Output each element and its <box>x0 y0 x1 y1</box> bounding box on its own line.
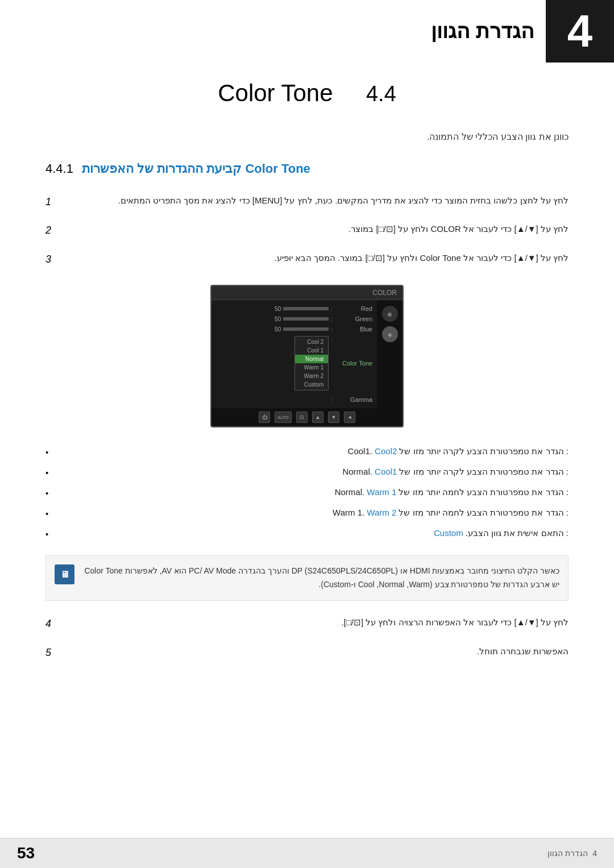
dropdown-normal: Normal <box>295 355 328 363</box>
monitor-sidebar: ◉ ◈ <box>377 300 403 408</box>
monitor-icon-1: ◉ <box>382 306 398 322</box>
bullet-custom-text: : התאם אישית את גוון הצבע. Custom <box>54 526 569 540</box>
menu-item-red: Red : 50 <box>211 304 377 314</box>
dropdown-warm2: Warm 2 <box>295 372 328 380</box>
color-tone-dropdown-area: : Cool 2 Cool 1 Normal Warm 1 Warm 2 Cus… <box>294 336 333 391</box>
btn-down: ▼ <box>328 412 339 423</box>
bullet-dot-1: • <box>45 466 48 480</box>
color-tone-dropdown: Cool 2 Cool 1 Normal Warm 1 Warm 2 Custo… <box>294 336 329 391</box>
menu-item-color-tone: Color Tone : Cool 2 Cool 1 Normal Warm 1… <box>211 334 377 392</box>
section-title: Color Tone <box>218 80 333 106</box>
green-bar <box>283 317 329 321</box>
monitor-bottom-bar: ◄ ▼ ▲ ⊡ AUTO ⏻ <box>211 408 403 426</box>
step-3-text: לחץ על [▼/▲] כדי לעבור אל Color Tone ולח… <box>65 251 569 265</box>
bullet-cool1-text: : הגדר את טמפרטורת הצבע לקרה יותר מזו של… <box>54 465 569 479</box>
monitor-image: COLOR ◉ ◈ Red : <box>45 285 569 427</box>
note-box: כאשר הקלט החיצוני מחובר באמצעות HDMI או … <box>45 555 569 601</box>
footer-chapter-label: 4 הגדרת הגוון <box>547 849 597 858</box>
description: כוונן את גוון הצבע הכללי של התמונה. <box>45 130 569 144</box>
step-4-num: 4 <box>45 615 57 633</box>
subsection-number: 4.4.1 <box>45 161 73 176</box>
step-5-text: האפשרות שנבחרה תוחל. <box>65 644 569 659</box>
blue-bar <box>283 327 329 331</box>
monitor-menu-body: ◉ ◈ Red : 50 <box>211 300 403 408</box>
btn-power: ⏻ <box>259 412 270 423</box>
monitor-mockup: COLOR ◉ ◈ Red : <box>210 285 404 427</box>
step-2: לחץ על [▼/▲] כדי לעבור אל COLOR ולחץ על … <box>45 222 569 239</box>
bullet-warm1: : הגדר את טמפרטורת הצבע לחמה יותר מזו של… <box>45 485 569 500</box>
bullet-cool2-text: : הגדר את טמפרטורת הצבע לקרה יותר מזו של… <box>54 445 569 458</box>
menu-item-gamma: Gamma : <box>211 394 377 405</box>
menu-item-gamma-name: Gamma <box>333 396 372 403</box>
btn-enter: ⊡ <box>296 412 308 423</box>
menu-item-green-bar: : 50 <box>216 316 333 322</box>
steps-list: לחץ על לחצן כלשהו בחזית המוצר כדי להציג … <box>45 193 569 268</box>
bullet-dot-4: • <box>45 528 48 541</box>
step-5-num: 5 <box>45 644 57 662</box>
menu-item-red-name: Red <box>333 305 372 312</box>
step-4-text: לחץ על [▼/▲] כדי לעבור אל האפשרות הרצויה… <box>65 615 569 630</box>
chapter-title: הגדרת הגוון <box>408 0 546 63</box>
step-1-num: 1 <box>45 193 57 211</box>
green-value: 50 <box>269 316 281 322</box>
dropdown-custom: Custom <box>295 380 328 389</box>
blue-value: 50 <box>269 326 281 333</box>
bullet-section: : הגדר את טמפרטורת הצבע לקרה יותר מזו של… <box>45 445 569 541</box>
dropdown-cool1: Cool 1 <box>295 346 328 355</box>
bullet-warm2: : הגדר את טמפרטורת הצבע לחמה יותר מזו של… <box>45 506 569 521</box>
note-icon: 🖥 <box>55 564 74 584</box>
red-bar <box>283 307 329 310</box>
bullet-dot-2: • <box>45 487 48 500</box>
btn-left: ◄ <box>344 412 355 423</box>
bullet-warm1-text: : הגדר את טמפרטורת הצבע לחמה יותר מזו של… <box>54 485 569 499</box>
note-text: כאשר הקלט החיצוני מחובר באמצעות HDMI או … <box>83 564 559 592</box>
bullet-cool2: : הגדר את טמפרטורת הצבע לקרה יותר מזו של… <box>45 445 569 459</box>
step-2-num: 2 <box>45 222 57 239</box>
chapter-header: הגדרת הגוון 4 <box>0 0 614 63</box>
step-5: האפשרות שנבחרה תוחל. 5 <box>45 644 569 662</box>
bullet-dot-3: • <box>45 507 48 521</box>
bullet-warm2-text: : הגדר את טמפרטורת הצבע לחמה יותר מזו של… <box>54 506 569 520</box>
section-heading: Color Tone 4.4 <box>45 80 569 107</box>
menu-item-blue-name: Blue <box>333 326 372 333</box>
menu-item-red-bar: : 50 <box>216 306 333 312</box>
step-3-num: 3 <box>45 251 57 268</box>
dropdown-warm1: Warm 1 <box>295 363 328 372</box>
step-1-text: לחץ על לחצן כלשהו בחזית המוצר כדי להציג … <box>65 193 569 208</box>
monitor-menu-title: COLOR <box>211 286 403 300</box>
subsection-title: Color Tone קביעת ההגדרות של האפשרות <box>82 161 310 176</box>
step-1: לחץ על לחצן כלשהו בחזית המוצר כדי להציג … <box>45 193 569 211</box>
dropdown-cool2: Cool 2 <box>295 338 328 346</box>
btn-up: ▲ <box>312 412 323 423</box>
note-content: כאשר הקלט החיצוני מחובר באמצעות HDMI או … <box>84 566 559 589</box>
menu-item-green-name: Green <box>333 315 372 322</box>
step-4: לחץ על [▼/▲] כדי לעבור אל האפשרות הרצויה… <box>45 615 569 633</box>
red-value: 50 <box>269 306 281 312</box>
footer-page-number: 53 <box>17 844 35 862</box>
menu-item-green: Green : 50 <box>211 314 377 324</box>
steps-continued-list: לחץ על [▼/▲] כדי לעבור אל האפשרות הרצויה… <box>45 615 569 661</box>
menu-item-blue: Blue : 50 <box>211 324 377 334</box>
step-3: לחץ על [▼/▲] כדי לעבור אל Color Tone ולח… <box>45 251 569 268</box>
step-2-text: לחץ על [▼/▲] כדי לעבור אל COLOR ולחץ על … <box>65 222 569 236</box>
section-number: 4.4 <box>366 82 396 106</box>
monitor-icon-active: ◈ <box>382 326 398 342</box>
menu-item-color-tone-name: Color Tone <box>333 360 372 367</box>
btn-auto: AUTO <box>275 412 292 423</box>
bullet-cool1: : הגדר את טמפרטורת הצבע לקרה יותר מזו של… <box>45 465 569 480</box>
chapter-number: 4 <box>546 0 614 63</box>
subsection-heading: Color Tone קביעת ההגדרות של האפשרות 4.4.… <box>45 161 569 176</box>
page-footer: 53 4 הגדרת הגוון <box>0 838 614 868</box>
main-content: Color Tone 4.4 כוונן את גוון הצבע הכללי … <box>0 80 614 724</box>
menu-item-blue-bar: : 50 <box>216 326 333 333</box>
bullet-dot-0: • <box>45 446 48 459</box>
monitor-screen: COLOR ◉ ◈ Red : <box>211 286 403 426</box>
bullet-custom: : התאם אישית את גוון הצבע. Custom • <box>45 526 569 541</box>
monitor-menu-items: Red : 50 Green : <box>211 300 377 408</box>
